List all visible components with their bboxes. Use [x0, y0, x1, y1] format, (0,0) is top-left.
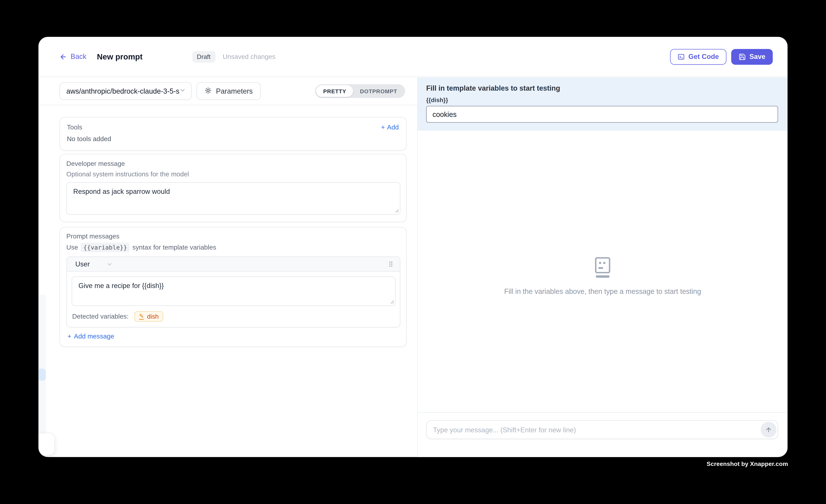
sidebar-active-item[interactable] [39, 369, 46, 381]
watermark-text: Screenshot by Xnapper.com [707, 461, 788, 467]
add-message-label: Add message [74, 333, 114, 340]
save-button[interactable]: Save [731, 49, 773, 65]
chevron-down-icon [179, 87, 186, 95]
detected-variables-label: Detected variables: [72, 313, 128, 320]
page-title: New prompt [97, 52, 142, 61]
variables-section-title: Fill in template variables to start test… [426, 84, 778, 92]
chat-input-box [426, 420, 778, 439]
hint-prefix: Use [66, 244, 78, 251]
plus-icon: + [381, 124, 385, 131]
chat-empty-text: Fill in the variables above, then type a… [418, 288, 787, 295]
message-role-row: User [67, 257, 400, 272]
detected-variables-row: Detected variables: ✎ dish [72, 311, 396, 322]
role-selector[interactable]: User [75, 260, 113, 268]
grip-vertical-icon[interactable] [387, 260, 395, 268]
message-block: User Give me a recipe for {{dish}} [66, 256, 400, 328]
developer-message-subtitle: Optional system instructions for the mod… [66, 171, 400, 178]
tools-title: Tools [67, 124, 82, 131]
robot-face-icon [592, 256, 614, 279]
gear-icon [204, 87, 212, 96]
chat-empty-state: Fill in the variables above, then type a… [418, 256, 787, 296]
user-message-input[interactable]: Give me a recipe for {{dish}} [72, 276, 396, 306]
variable-name-label: {{dish}} [426, 97, 778, 103]
role-value: User [75, 260, 90, 268]
send-button[interactable] [761, 422, 776, 438]
model-selector[interactable]: aws/anthropic/bedrock-claude-3-5-s... [60, 82, 192, 100]
view-mode-toggle: PRETTY DOTPROMPT [315, 84, 405, 98]
header: Back New prompt Draft Unsaved changes Ge… [39, 37, 787, 77]
arrow-left-icon [60, 53, 67, 60]
plus-icon: + [67, 333, 71, 340]
developer-message-card: Developer message Optional system instru… [60, 154, 407, 222]
model-selector-value: aws/anthropic/bedrock-claude-3-5-s... [66, 87, 179, 95]
chat-input-bar [418, 412, 787, 457]
app-window: Back New prompt Draft Unsaved changes Ge… [39, 37, 787, 457]
prompt-messages-card: Prompt messages Use {{variable}} syntax … [60, 227, 407, 347]
variable-value-input[interactable] [426, 106, 778, 123]
variable-syntax-chip: {{variable}} [81, 243, 130, 252]
parameters-label: Parameters [216, 87, 253, 95]
toggle-pretty[interactable]: PRETTY [316, 85, 353, 97]
chat-message-input[interactable] [427, 426, 778, 434]
terminal-icon [677, 53, 685, 60]
unsaved-changes-text: Unsaved changes [223, 53, 276, 60]
screenshot-stage: Back New prompt Draft Unsaved changes Ge… [0, 0, 826, 504]
arrow-up-icon [765, 426, 772, 433]
template-hint: Use {{variable}} syntax for template var… [66, 243, 400, 252]
hint-suffix: syntax for template variables [132, 244, 216, 251]
developer-message-input[interactable]: Respond as jack sparrow would [66, 182, 400, 215]
developer-message-title: Developer message [66, 160, 400, 167]
back-label: Back [71, 53, 86, 61]
tools-empty-text: No tools added [67, 135, 399, 143]
model-toolbar: aws/anthropic/bedrock-claude-3-5-s... Pa… [39, 77, 417, 105]
parameters-button[interactable]: Parameters [196, 82, 261, 100]
back-button[interactable]: Back [60, 53, 86, 61]
save-label: Save [750, 53, 765, 61]
sidebar-popover [39, 433, 55, 456]
pencil-icon: ✎ [139, 313, 144, 320]
status-badge: Draft [192, 51, 215, 62]
get-code-label: Get Code [689, 53, 719, 61]
variables-section: Fill in template variables to start test… [418, 77, 787, 130]
floppy-disk-icon [738, 53, 746, 60]
chevron-down-icon [107, 261, 113, 267]
add-message-button[interactable]: + Add message [67, 333, 400, 340]
add-tool-label: Add [387, 124, 399, 131]
add-tool-button[interactable]: + Add [381, 124, 399, 131]
tools-card: Tools + Add No tools added [60, 117, 407, 151]
variable-chip-label: dish [147, 313, 159, 320]
variable-chip-dish[interactable]: ✎ dish [134, 311, 164, 322]
toggle-dotprompt[interactable]: DOTPROMPT [353, 85, 404, 97]
get-code-button[interactable]: Get Code [670, 49, 726, 65]
test-panel: Fill in template variables to start test… [417, 77, 787, 457]
prompt-messages-title: Prompt messages [66, 233, 400, 240]
